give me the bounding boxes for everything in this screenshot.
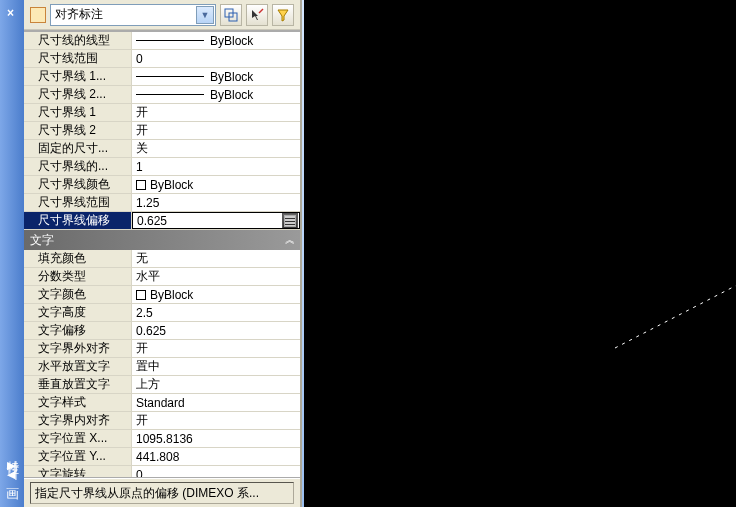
property-value[interactable]: 水平 (132, 268, 300, 285)
property-label: 水平放置文字 (24, 358, 132, 375)
section-text-label: 文字 (30, 232, 54, 249)
svg-line-3 (615, 108, 736, 348)
status-text: 指定尺寸界线从原点的偏移 (DIMEXO 系... (30, 482, 294, 504)
select-objects-button[interactable] (246, 4, 268, 26)
object-type-value: 对齐标注 (55, 6, 103, 23)
property-row[interactable]: 尺寸线的线型ByBlock (24, 32, 300, 50)
property-label: 尺寸界线 1 (24, 104, 132, 121)
property-label: 尺寸线的线型 (24, 32, 132, 49)
property-row[interactable]: 尺寸界线的...1 (24, 158, 300, 176)
property-label: 分数类型 (24, 268, 132, 285)
property-label: 尺寸界线范围 (24, 194, 132, 211)
property-value[interactable]: ByBlock (132, 68, 300, 85)
property-value[interactable]: 开 (132, 412, 300, 429)
property-row[interactable]: 垂直放置文字上方 (24, 376, 300, 394)
property-row[interactable]: 尺寸界线 1...ByBlock (24, 68, 300, 86)
property-label: 尺寸界线偏移 (24, 212, 132, 229)
property-grid[interactable]: 尺寸线的线型ByBlock尺寸线范围0尺寸界线 1...ByBlock尺寸界线 … (24, 30, 300, 477)
property-row[interactable]: 文字界外对齐开 (24, 340, 300, 358)
property-value[interactable]: ByBlock (132, 176, 300, 193)
property-value[interactable]: 441.808 (132, 448, 300, 465)
property-label: 文字旋转 (24, 466, 132, 477)
property-label: 文字颜色 (24, 286, 132, 303)
property-value[interactable]: 开 (132, 122, 300, 139)
palette-icon[interactable]: 画 (6, 485, 19, 503)
property-value[interactable]: 开 (132, 340, 300, 357)
calculator-icon[interactable] (282, 213, 298, 229)
property-row[interactable]: 固定的尺寸...关 (24, 140, 300, 158)
property-label: 尺寸界线 2... (24, 86, 132, 103)
panel-toolbar: 对齐标注 ▼ (24, 0, 300, 30)
quick-select-button[interactable] (272, 4, 294, 26)
property-label: 填充颜色 (24, 250, 132, 267)
property-value[interactable]: 2.5 (132, 304, 300, 321)
property-value[interactable]: 1 (132, 158, 300, 175)
close-icon[interactable]: × (7, 6, 14, 20)
property-value[interactable]: 1095.8136 (132, 430, 300, 447)
property-row[interactable]: 尺寸界线偏移0.625 (24, 212, 300, 230)
dimension-line (610, 98, 736, 358)
property-row[interactable]: 文字位置 X...1095.8136 (24, 430, 300, 448)
property-row[interactable]: 尺寸界线 2...ByBlock (24, 86, 300, 104)
property-label: 尺寸界线颜色 (24, 176, 132, 193)
property-label: 文字界外对齐 (24, 340, 132, 357)
property-row[interactable]: 文字高度2.5 (24, 304, 300, 322)
toggle-pickadd-button[interactable] (220, 4, 242, 26)
object-type-select[interactable]: 对齐标注 ▼ (50, 4, 216, 26)
property-label: 文字位置 X... (24, 430, 132, 447)
property-row[interactable]: 文字样式Standard (24, 394, 300, 412)
property-value[interactable]: 0 (132, 50, 300, 67)
collapse-arrows-icon[interactable]: ▶|◀| (7, 461, 18, 479)
property-row[interactable]: 填充颜色无 (24, 250, 300, 268)
property-row[interactable]: 尺寸界线 1开 (24, 104, 300, 122)
property-label: 文字高度 (24, 304, 132, 321)
property-value[interactable]: ByBlock (132, 286, 300, 303)
drawing-canvas[interactable] (304, 0, 736, 507)
property-row[interactable]: 文字界内对齐开 (24, 412, 300, 430)
palette-sidebar: × 特性 ▶|◀| 画 (0, 0, 24, 507)
property-row[interactable]: 尺寸界线颜色ByBlock (24, 176, 300, 194)
property-label: 尺寸界线 2 (24, 122, 132, 139)
property-row[interactable]: 水平放置文字置中 (24, 358, 300, 376)
properties-panel: 对齐标注 ▼ 尺寸线的线型ByBlock尺寸线范围0尺寸界线 1...ByBlo… (24, 0, 302, 507)
property-row[interactable]: 分数类型水平 (24, 268, 300, 286)
property-value[interactable]: 上方 (132, 376, 300, 393)
property-value[interactable]: Standard (132, 394, 300, 411)
property-value[interactable]: 关 (132, 140, 300, 157)
property-row[interactable]: 尺寸界线 2开 (24, 122, 300, 140)
property-value[interactable]: ByBlock (132, 32, 300, 49)
property-value[interactable]: 0.625 (132, 212, 300, 229)
property-label: 尺寸界线 1... (24, 68, 132, 85)
property-row[interactable]: 尺寸界线范围1.25 (24, 194, 300, 212)
property-label: 文字偏移 (24, 322, 132, 339)
section-text-header[interactable]: 文字 ︽ (24, 230, 300, 250)
property-row[interactable]: 尺寸线范围0 (24, 50, 300, 68)
property-value[interactable]: 开 (132, 104, 300, 121)
property-label: 垂直放置文字 (24, 376, 132, 393)
property-label: 文字样式 (24, 394, 132, 411)
property-value[interactable]: ByBlock (132, 86, 300, 103)
property-value[interactable]: 0 (132, 466, 300, 477)
object-type-icon (30, 7, 46, 23)
property-row[interactable]: 文字位置 Y...441.808 (24, 448, 300, 466)
property-label: 文字界内对齐 (24, 412, 132, 429)
property-value[interactable]: 1.25 (132, 194, 300, 211)
property-row[interactable]: 文字旋转0 (24, 466, 300, 477)
status-bar: 指定尺寸界线从原点的偏移 (DIMEXO 系... (24, 477, 300, 507)
property-value[interactable]: 无 (132, 250, 300, 267)
chevron-down-icon[interactable]: ▼ (196, 6, 214, 24)
property-label: 文字位置 Y... (24, 448, 132, 465)
property-value[interactable]: 置中 (132, 358, 300, 375)
property-label: 尺寸界线的... (24, 158, 132, 175)
property-label: 固定的尺寸... (24, 140, 132, 157)
property-row[interactable]: 文字偏移0.625 (24, 322, 300, 340)
palette-title: 特性 (4, 451, 21, 455)
property-value[interactable]: 0.625 (132, 322, 300, 339)
collapse-chevron-icon: ︽ (285, 233, 292, 247)
svg-line-2 (259, 9, 263, 13)
property-label: 尺寸线范围 (24, 50, 132, 67)
property-row[interactable]: 文字颜色ByBlock (24, 286, 300, 304)
